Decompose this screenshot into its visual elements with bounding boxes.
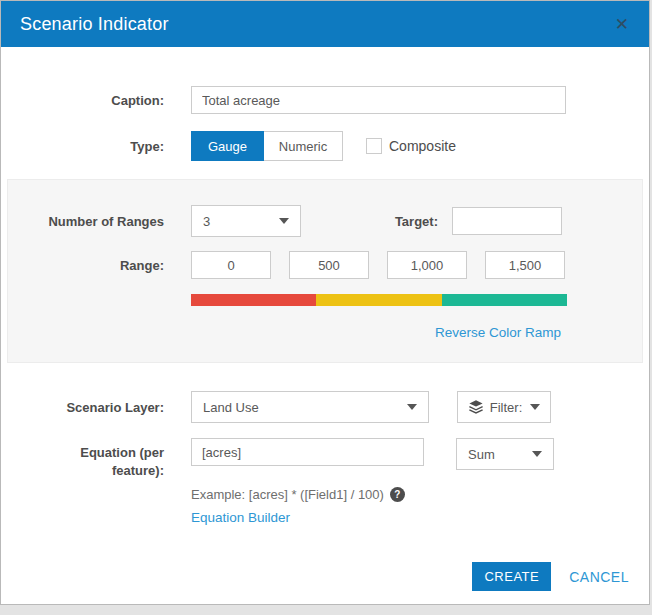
ramp-segment-red — [191, 294, 316, 306]
caret-down-icon — [532, 451, 542, 457]
numeric-button[interactable]: Numeric — [264, 131, 343, 161]
scenario-layer-row: Scenario Layer: Land Use Filter: — [1, 391, 649, 423]
range-row: Range: — [8, 251, 642, 279]
color-ramp — [191, 294, 567, 306]
caret-down-icon — [407, 404, 417, 410]
equation-example-text: Example: [acres] * ([Field1] / 100) — [191, 487, 384, 502]
filter-button[interactable]: Filter: — [457, 391, 551, 423]
target-label: Target: — [395, 214, 438, 229]
equation-example-row: Example: [acres] * ([Field1] / 100) ? — [191, 487, 649, 502]
reverse-color-ramp-link[interactable]: Reverse Color Ramp — [435, 325, 561, 340]
gauge-button[interactable]: Gauge — [191, 131, 264, 161]
range-input-4[interactable] — [485, 251, 565, 279]
equation-row: Equation (per feature): Sum — [1, 438, 649, 479]
composite-checkbox[interactable] — [366, 138, 382, 154]
composite-option: Composite — [366, 138, 456, 154]
type-row: Type: Gauge Numeric Composite — [1, 131, 649, 161]
caption-input[interactable] — [191, 86, 566, 114]
number-of-ranges-label: Number of Ranges — [8, 214, 164, 229]
scenario-layer-dropdown[interactable]: Land Use — [191, 391, 429, 423]
caption-label: Caption: — [1, 93, 164, 108]
scenario-layer-value: Land Use — [203, 400, 259, 415]
range-input-3[interactable] — [387, 251, 467, 279]
equation-label: Equation (per feature): — [52, 444, 164, 479]
equation-input[interactable] — [191, 438, 424, 466]
caption-row: Caption: — [1, 86, 649, 114]
create-button[interactable]: CREATE — [472, 562, 551, 591]
target-group: Target: — [395, 207, 562, 235]
range-label: Range: — [8, 258, 164, 273]
ramp-segment-yellow — [316, 294, 441, 306]
number-of-ranges-dropdown[interactable]: 3 — [191, 205, 301, 237]
equation-builder-link[interactable]: Equation Builder — [191, 510, 290, 525]
scenario-layer-label: Scenario Layer: — [1, 400, 164, 415]
target-input[interactable] — [452, 207, 562, 235]
layers-icon — [468, 399, 484, 415]
range-input-2[interactable] — [289, 251, 369, 279]
caret-down-icon — [530, 404, 540, 410]
range-input-1[interactable] — [191, 251, 271, 279]
ranges-panel: Number of Ranges 3 Target: Range: — [7, 179, 643, 363]
filter-label: Filter: — [490, 400, 523, 415]
type-segmented-control: Gauge Numeric — [191, 131, 343, 161]
aggregation-dropdown[interactable]: Sum — [456, 438, 554, 470]
page-title: Scenario Indicator — [20, 14, 169, 35]
composite-label: Composite — [389, 138, 456, 154]
type-label: Type: — [1, 139, 164, 154]
aggregation-value: Sum — [468, 447, 495, 462]
ramp-segment-green — [442, 294, 567, 306]
number-of-ranges-value: 3 — [203, 214, 210, 229]
number-of-ranges-row: Number of Ranges 3 Target: — [8, 205, 642, 237]
close-icon[interactable]: ✕ — [615, 16, 629, 33]
help-icon[interactable]: ? — [390, 487, 405, 502]
cancel-button[interactable]: CANCEL — [569, 569, 629, 585]
caret-down-icon — [279, 218, 289, 224]
dialog-footer: CREATE CANCEL — [472, 562, 629, 591]
dialog-header: Scenario Indicator ✕ — [1, 1, 649, 47]
scenario-indicator-dialog: Scenario Indicator ✕ Caption: Type: Gaug… — [0, 0, 650, 605]
